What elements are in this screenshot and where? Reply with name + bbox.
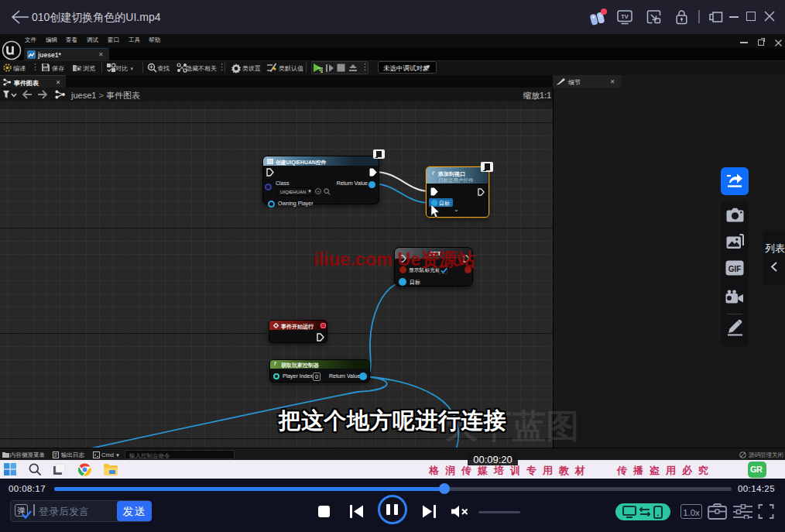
svg-text:TV: TV xyxy=(621,13,629,20)
svg-text:GIF: GIF xyxy=(728,265,742,273)
